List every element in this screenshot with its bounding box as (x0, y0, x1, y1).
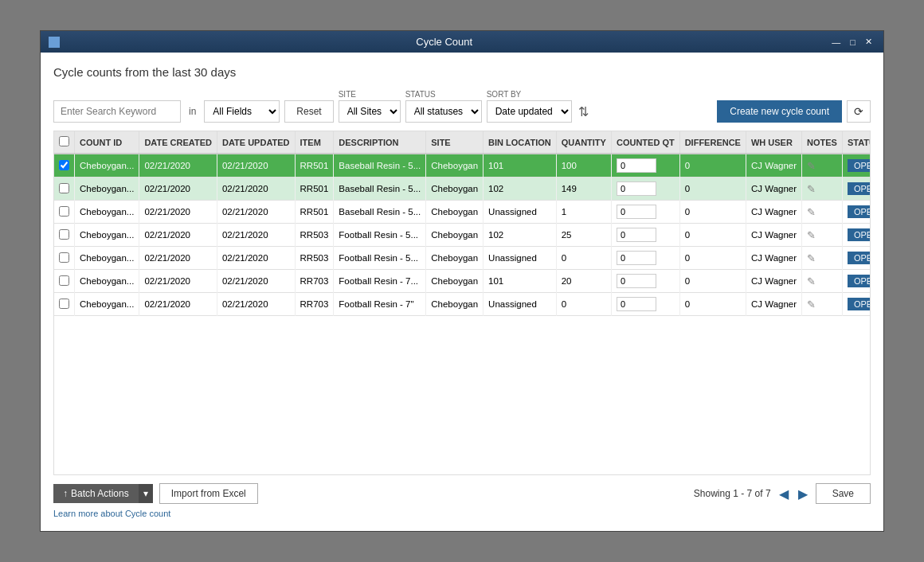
edit-notes-icon[interactable]: ✎ (807, 275, 816, 287)
edit-notes-icon[interactable]: ✎ (807, 206, 816, 218)
row-select-checkbox[interactable] (59, 299, 69, 309)
status-cell[interactable]: OPEN (842, 224, 871, 247)
item-cell: RR501 (295, 154, 334, 178)
edit-notes-icon[interactable]: ✎ (807, 183, 816, 195)
pagination-info: Showing 1 - 7 of 7 (694, 488, 771, 499)
wh-user-header: WH USER (746, 131, 801, 154)
refresh-button[interactable]: ⟳ (847, 100, 871, 123)
import-from-excel-button[interactable]: Import from Excel (159, 483, 258, 504)
status-cell[interactable]: OPEN (842, 178, 871, 201)
status-cell[interactable]: OPEN (842, 201, 871, 224)
bin-location-cell: Unassigned (484, 201, 557, 224)
counted-qty-input[interactable] (617, 181, 656, 196)
notes-cell[interactable]: ✎ (802, 293, 843, 316)
maximize-button[interactable]: □ (847, 37, 859, 48)
edit-notes-icon[interactable]: ✎ (807, 160, 816, 172)
counted-qty-input[interactable] (617, 205, 656, 219)
counted-qty-input[interactable] (617, 158, 656, 173)
save-button[interactable]: Save (816, 483, 871, 504)
row-checkbox (54, 270, 75, 293)
date-updated-cell: 02/21/2020 (217, 270, 295, 293)
counted-qty-cell[interactable] (611, 201, 679, 224)
row-checkbox (54, 247, 75, 270)
close-button[interactable]: ✕ (862, 36, 875, 48)
date-updated-cell: 02/21/2020 (217, 247, 295, 270)
site-cell: Cheboygan (426, 178, 484, 201)
counted-qty-cell[interactable] (611, 154, 679, 178)
edit-notes-icon[interactable]: ✎ (807, 252, 816, 264)
batch-actions-button[interactable]: ↑ Batch Actions (53, 484, 139, 503)
toolbar: in All Fields Count ID Item Description … (53, 90, 871, 123)
counted-qty-input[interactable] (617, 228, 656, 242)
count-id-cell: Cheboygan... (75, 154, 139, 178)
count-id-cell: Cheboygan... (75, 247, 139, 270)
create-cycle-count-button[interactable]: Create new cycle count (717, 100, 842, 123)
site-group: SITE All Sites (339, 90, 401, 123)
filter-icon-button[interactable]: ⇅ (575, 100, 592, 123)
table-row: Cheboygan...02/21/202002/21/2020RR501Bas… (54, 201, 871, 224)
counted-qty-cell[interactable] (611, 224, 679, 247)
prev-page-button[interactable]: ◀ (777, 486, 790, 502)
row-select-checkbox[interactable] (59, 160, 69, 170)
sort-select[interactable]: Date updated Count ID Item (487, 100, 572, 123)
reset-button[interactable]: Reset (284, 100, 333, 123)
status-open-button[interactable]: OPEN (848, 252, 871, 264)
main-window: Cycle Count — □ ✕ Cycle counts from the … (40, 30, 884, 532)
status-open-button[interactable]: OPEN (848, 228, 871, 241)
row-select-checkbox[interactable] (59, 252, 69, 263)
status-select[interactable]: All statuses Open Closed (405, 100, 482, 123)
notes-cell[interactable]: ✎ (802, 154, 843, 178)
counted-qty-cell[interactable] (611, 270, 679, 293)
notes-cell[interactable]: ✎ (802, 270, 843, 293)
search-input[interactable] (53, 100, 181, 123)
row-checkbox (54, 201, 75, 224)
status-open-button[interactable]: OPEN (848, 205, 871, 218)
notes-cell[interactable]: ✎ (802, 201, 843, 224)
status-open-button[interactable]: OPEN (848, 182, 871, 195)
counted-qty-cell[interactable] (611, 293, 679, 316)
wh-user-cell: CJ Wagner (746, 201, 801, 224)
quantity-cell: 25 (556, 224, 611, 247)
next-page-button[interactable]: ▶ (797, 486, 809, 502)
table-header-row: COUNT ID DATE CREATED DATE UPDATED ITEM … (54, 131, 871, 154)
status-cell[interactable]: OPEN (842, 270, 871, 293)
difference-cell: 0 (679, 154, 746, 178)
dash: - (741, 488, 744, 499)
status-cell[interactable]: OPEN (842, 154, 871, 178)
edit-notes-icon[interactable]: ✎ (807, 229, 816, 241)
select-all-checkbox[interactable] (59, 136, 69, 146)
description-cell: Baseball Resin - 5... (334, 178, 426, 201)
counted-qty-input[interactable] (617, 274, 656, 288)
status-cell[interactable]: OPEN (842, 247, 871, 270)
count-id-cell: Cheboygan... (75, 293, 139, 316)
learn-more-link[interactable]: Learn more about Cycle count (53, 504, 871, 518)
fields-select[interactable]: All Fields Count ID Item Description (204, 100, 280, 123)
description-cell: Football Resin - 5... (334, 224, 426, 247)
counted-qty-cell[interactable] (611, 178, 679, 201)
row-select-checkbox[interactable] (59, 206, 69, 217)
table-row: Cheboygan...02/21/202002/21/2020RR703Foo… (54, 293, 871, 316)
counted-qty-input[interactable] (617, 297, 656, 311)
minimize-button[interactable]: — (828, 37, 844, 48)
edit-notes-icon[interactable]: ✎ (807, 299, 816, 310)
notes-cell[interactable]: ✎ (802, 178, 843, 201)
notes-cell[interactable]: ✎ (802, 247, 843, 270)
counted-qty-cell[interactable] (611, 247, 679, 270)
site-select[interactable]: All Sites (339, 100, 401, 123)
status-cell[interactable]: OPEN (842, 293, 871, 316)
status-open-button[interactable]: OPEN (848, 298, 871, 310)
row-checkbox (54, 178, 75, 201)
status-open-button[interactable]: OPEN (848, 275, 871, 287)
row-select-checkbox[interactable] (59, 229, 69, 240)
batch-dropdown-button[interactable]: ▾ (139, 484, 153, 503)
status-open-button[interactable]: OPEN (848, 159, 871, 172)
wh-user-cell: CJ Wagner (746, 247, 801, 270)
item-cell: RR703 (295, 293, 334, 316)
counted-qty-input[interactable] (617, 251, 656, 265)
wh-user-cell: CJ Wagner (746, 154, 801, 178)
row-select-checkbox[interactable] (59, 183, 69, 193)
item-cell: RR503 (295, 224, 334, 247)
row-select-checkbox[interactable] (59, 275, 69, 286)
notes-cell[interactable]: ✎ (802, 224, 843, 247)
date-updated-cell: 02/21/2020 (217, 201, 295, 224)
